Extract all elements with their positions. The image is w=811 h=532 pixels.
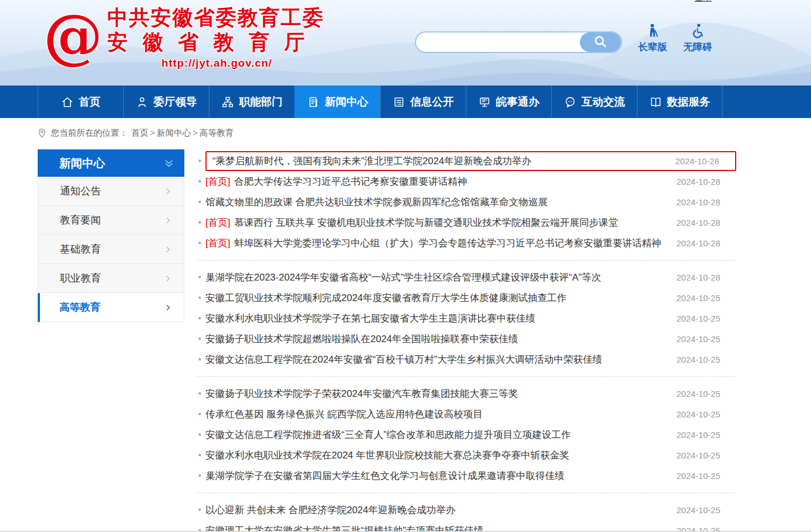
news-row-inner: 安徽文达信息工程学院在2024年安徽省“百校千镇万村”大学生乡村振兴大调研活动中… bbox=[205, 353, 736, 366]
news-row[interactable]: [首页]合肥大学传达学习习近平总书记考察安徽重要讲话精神2024-10-28 bbox=[197, 171, 736, 192]
sidebar-item-label: 职业教育 bbox=[60, 271, 101, 285]
nav-item-news-center[interactable]: 新闻中心 bbox=[294, 86, 380, 118]
news-row[interactable]: 安徽扬子职业技术学院学子荣获2024年安徽汽车教育集团技能大赛三等奖2024-1… bbox=[197, 383, 736, 404]
breadcrumb-separator: > bbox=[150, 128, 155, 137]
news-title[interactable]: 巢湖学院学子在安徽省第四届大学生红色文化学习与创意设计成果邀请赛中取得佳绩 bbox=[205, 469, 676, 482]
news-row[interactable]: 安徽工贸职业技术学院顺利完成2024年度安徽省教育厅大学生体质健康测试抽查工作2… bbox=[197, 287, 736, 308]
search-button[interactable] bbox=[580, 33, 621, 52]
news-row-inner: 以心迎新 共创未来 合肥经济学院2024年迎新晚会成功举办2024-10-25 bbox=[205, 503, 736, 517]
news-title-text: 传承红色基因 服务绿色振兴 皖西学院入选应用特色建设高校项目 bbox=[205, 409, 482, 420]
news-row-inner: 馆藏文物里的思政课 合肥共达职业技术学院参观新四军纪念馆馆藏革命文物巡展2024… bbox=[205, 196, 736, 209]
news-row-inner: 安徽工贸职业技术学院顺利完成2024年度安徽省教育厅大学生体质健康测试抽查工作2… bbox=[205, 291, 736, 304]
news-row-inner: 安徽水利水电职业技术学院在2024 年世界职业院校技能大赛总决赛争夺赛中斩获金奖… bbox=[205, 449, 736, 462]
news-title-text: 安徽工贸职业技术学院顺利完成2024年度安徽省教育厅大学生体质健康测试抽查工作 bbox=[205, 293, 567, 303]
news-row-inner: [首页]蚌埠医科大学党委理论学习中心组（扩大）学习会专题传达学习习近平总书记考察… bbox=[205, 237, 736, 250]
sidebar-item-higher-education[interactable]: 高等教育 bbox=[38, 293, 184, 322]
news-row[interactable]: 馆藏文物里的思政课 合肥共达职业技术学院参观新四军纪念馆馆藏革命文物巡展2024… bbox=[197, 192, 736, 212]
news-row[interactable]: 以心迎新 共创未来 合肥经济学院2024年迎新晚会成功举办2024-10-25 bbox=[197, 499, 736, 520]
nav-item-data-services[interactable]: 数据服务 bbox=[637, 86, 723, 118]
departments-icon bbox=[221, 96, 234, 108]
breadcrumb-item[interactable]: 新闻中心 bbox=[157, 128, 191, 137]
news-title[interactable]: [首页]合肥大学传达学习习近平总书记考察安徽重要讲话精神 bbox=[205, 175, 676, 188]
nav-item-label: 首页 bbox=[79, 95, 100, 109]
news-title-text: 慕课西行 互联共享 安徽机电职业技术学院与新疆交通职业技术学院相聚云端开展同步课… bbox=[234, 217, 618, 228]
nav-item-leaders[interactable]: 委厅领导 bbox=[123, 86, 209, 118]
elder-icon bbox=[645, 23, 661, 39]
news-row[interactable]: 巢湖学院在2023-2024学年安徽省高校“一站式”学生社区综合管理模式建设评级… bbox=[197, 267, 736, 287]
news-title[interactable]: [首页]慕课西行 互联共享 安徽机电职业技术学院与新疆交通职业技术学院相聚云端开… bbox=[205, 216, 676, 229]
news-row[interactable]: 安徽水利水电职业技术学院学子在第七届安徽省大学生主题演讲比赛中获佳绩2024-1… bbox=[197, 308, 736, 328]
news-title[interactable]: 安徽工贸职业技术学院顺利完成2024年度安徽省教育厅大学生体质健康测试抽查工作 bbox=[205, 291, 676, 304]
site-header: @ 中共安徽省委教育工委 安徽省教育厅 http://jyt.ah.gov.cn… bbox=[0, 0, 811, 86]
news-date: 2024-10-25 bbox=[676, 334, 736, 344]
news-row[interactable]: 安徽文达信息工程学院在2024年安徽省“百校千镇万村”大学生乡村振兴大调研活动中… bbox=[197, 349, 736, 369]
nav-item-departments[interactable]: 职能部门 bbox=[209, 86, 294, 118]
news-title[interactable]: [首页]蚌埠医科大学党委理论学习中心组（扩大）学习会专题传达学习习近平总书记考察… bbox=[205, 237, 676, 250]
news-title-text: 巢湖学院学子在安徽省第四届大学生红色文化学习与创意设计成果邀请赛中取得佳绩 bbox=[205, 470, 564, 481]
nav-item-wan-services[interactable]: 皖事通办 bbox=[466, 86, 551, 118]
sidebar-header[interactable]: 新闻中心 bbox=[38, 149, 184, 177]
nav-item-label: 互动交流 bbox=[582, 95, 625, 109]
news-title[interactable]: 馆藏文物里的思政课 合肥共达职业技术学院参观新四军纪念馆馆藏革命文物巡展 bbox=[205, 196, 676, 209]
sidebar-item-basic-education[interactable]: 基础教育 bbox=[38, 235, 184, 264]
news-title[interactable]: 以心迎新 共创未来 合肥经济学院2024年迎新晚会成功举办 bbox=[205, 503, 676, 517]
news-row[interactable]: 安徽文达信息工程学院推进省级“三全育人”综合改革和思政能力提升项目立项建设工作2… bbox=[197, 424, 736, 445]
nav-item-interaction[interactable]: 互动交流 bbox=[551, 86, 637, 118]
breadcrumb-separator: > bbox=[193, 128, 198, 137]
news-row[interactable]: [首页]蚌埠医科大学党委理论学习中心组（扩大）学习会专题传达学习习近平总书记考察… bbox=[197, 233, 736, 253]
news-row[interactable]: 传承红色基因 服务绿色振兴 皖西学院入选应用特色建设高校项目2024-10-25 bbox=[197, 404, 736, 424]
news-row[interactable]: 安徽扬子职业技术学院超燃啦啦操队在2024年全国啦啦操联赛中荣获佳绩2024-1… bbox=[197, 328, 736, 349]
news-title[interactable]: 安徽水利水电职业技术学院学子在第七届安徽省大学生主题演讲比赛中获佳绩 bbox=[205, 312, 676, 325]
bullet-icon bbox=[199, 242, 201, 244]
chevron-right-icon bbox=[164, 216, 172, 225]
news-title-text: 安徽水利水电职业技术学院在2024 年世界职业院校技能大赛总决赛争夺赛中斩获金奖 bbox=[205, 450, 570, 461]
news-title[interactable]: 安徽扬子职业技术学院学子荣获2024年安徽汽车教育集团技能大赛三等奖 bbox=[205, 387, 676, 400]
news-title-text: 馆藏文物里的思政课 合肥共达职业技术学院参观新四军纪念馆馆藏革命文物巡展 bbox=[205, 197, 548, 208]
news-title[interactable]: 安徽扬子职业技术学院超燃啦啦操队在2024年全国啦啦操联赛中荣获佳绩 bbox=[205, 332, 676, 346]
news-date: 2024-10-25 bbox=[676, 389, 736, 399]
news-row[interactable]: 安徽水利水电职业技术学院在2024 年世界职业院校技能大赛总决赛争夺赛中斩获金奖… bbox=[197, 445, 736, 465]
news-title[interactable]: 安徽文达信息工程学院在2024年安徽省“百校千镇万村”大学生乡村振兴大调研活动中… bbox=[205, 353, 676, 366]
news-row-inner: “乘梦启航新时代，强国有我向未来”淮北理工学院2024年迎新晚会成功举办2024… bbox=[205, 151, 736, 171]
sidebar-item-vocational-education[interactable]: 职业教育 bbox=[38, 264, 184, 293]
nav-item-home[interactable]: 首页 bbox=[38, 86, 123, 118]
leader-icon bbox=[136, 96, 148, 108]
breadcrumb-item[interactable]: 高等教育 bbox=[200, 128, 234, 137]
news-row-highlighted[interactable]: “乘梦启航新时代，强国有我向未来”淮北理工学院2024年迎新晚会成功举办2024… bbox=[197, 151, 736, 171]
org-title-line2: 安徽省教育厅 bbox=[107, 30, 326, 54]
bullet-icon bbox=[199, 338, 201, 340]
news-title-text: 以心迎新 共创未来 合肥经济学院2024年迎新晚会成功举办 bbox=[205, 505, 455, 515]
news-title-text: 安徽文达信息工程学院推进省级“三全育人”综合改革和思政能力提升项目立项建设工作 bbox=[205, 429, 571, 440]
bullet-icon bbox=[199, 317, 201, 319]
news-title-text: 安徽扬子职业技术学院超燃啦啦操队在2024年全国啦啦操联赛中荣获佳绩 bbox=[205, 334, 518, 344]
news-row[interactable]: 巢湖学院学子在安徽省第四届大学生红色文化学习与创意设计成果邀请赛中取得佳绩202… bbox=[197, 465, 736, 486]
login-link[interactable]: 登录 bbox=[695, 0, 712, 3]
news-title[interactable]: 安徽文达信息工程学院推进省级“三全育人”综合改革和思政能力提升项目立项建设工作 bbox=[205, 428, 676, 441]
news-row[interactable]: 安徽理工大学在安徽省大学生第三批“揭榜挂帅”专项赛中斩获佳绩2024-10-25 bbox=[197, 520, 736, 532]
sidebar-item-notices[interactable]: 通知公告 bbox=[38, 177, 184, 206]
interaction-icon bbox=[564, 96, 576, 108]
news-title[interactable]: 安徽水利水电职业技术学院在2024 年世界职业院校技能大赛总决赛争夺赛中斩获金奖 bbox=[205, 449, 676, 462]
bullet-icon bbox=[199, 474, 201, 477]
news-date: 2024-10-25 bbox=[676, 293, 736, 303]
breadcrumb: 您当前所在的位置： 首页>新闻中心>高等教育 bbox=[37, 127, 234, 139]
nav-item-info-disclosure[interactable]: 信息公开 bbox=[380, 86, 466, 118]
news-row-inner: 安徽水利水电职业技术学院学子在第七届安徽省大学生主题演讲比赛中获佳绩2024-1… bbox=[205, 312, 736, 325]
accessibility-label: 无障碍 bbox=[683, 40, 712, 54]
news-row-inner: 安徽扬子职业技术学院超燃啦啦操队在2024年全国啦啦操联赛中荣获佳绩2024-1… bbox=[205, 332, 736, 346]
bullet-icon bbox=[199, 454, 201, 456]
bullet-icon bbox=[199, 160, 201, 162]
sidebar-item-education-news[interactable]: 教育要闻 bbox=[38, 206, 184, 235]
news-title[interactable]: 传承红色基因 服务绿色振兴 皖西学院入选应用特色建设高校项目 bbox=[205, 408, 676, 421]
news-title[interactable]: “乘梦启航新时代，强国有我向未来”淮北理工学院2024年迎新晚会成功举办 bbox=[212, 155, 675, 168]
search-input[interactable] bbox=[416, 33, 580, 52]
elder-version-button[interactable]: 长辈版 bbox=[638, 23, 667, 54]
news-row[interactable]: [首页]慕课西行 互联共享 安徽机电职业技术学院与新疆交通职业技术学院相聚云端开… bbox=[197, 212, 736, 233]
accessibility-button[interactable]: 无障碍 bbox=[683, 23, 712, 54]
brand[interactable]: @ 中共安徽省委教育工委 安徽省教育厅 http://jyt.ah.gov.cn… bbox=[43, 6, 326, 70]
breadcrumb-trail: 首页>新闻中心>高等教育 bbox=[131, 128, 234, 139]
breadcrumb-item[interactable]: 首页 bbox=[131, 128, 148, 137]
news-row-inner: [首页]慕课西行 互联共享 安徽机电职业技术学院与新疆交通职业技术学院相聚云端开… bbox=[205, 216, 736, 229]
bullet-icon bbox=[199, 297, 201, 299]
news-title[interactable]: 巢湖学院在2023-2024学年安徽省高校“一站式”学生社区综合管理模式建设评级… bbox=[205, 271, 676, 284]
